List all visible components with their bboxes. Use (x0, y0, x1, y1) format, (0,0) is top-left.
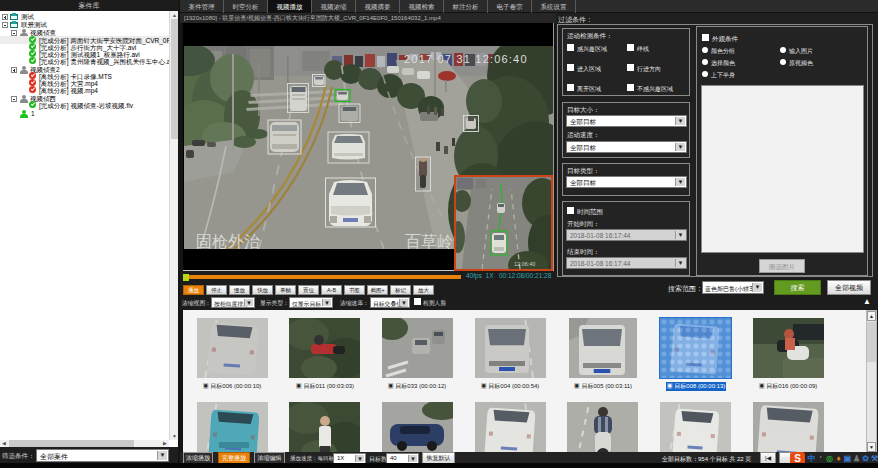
svg-text:固枪外治: 固枪外治 (196, 233, 260, 249)
svg-text:2017 07 31 12:06:40: 2017 07 31 12:06:40 (404, 53, 528, 65)
svg-text:12:06:40: 12:06:40 (514, 261, 535, 267)
